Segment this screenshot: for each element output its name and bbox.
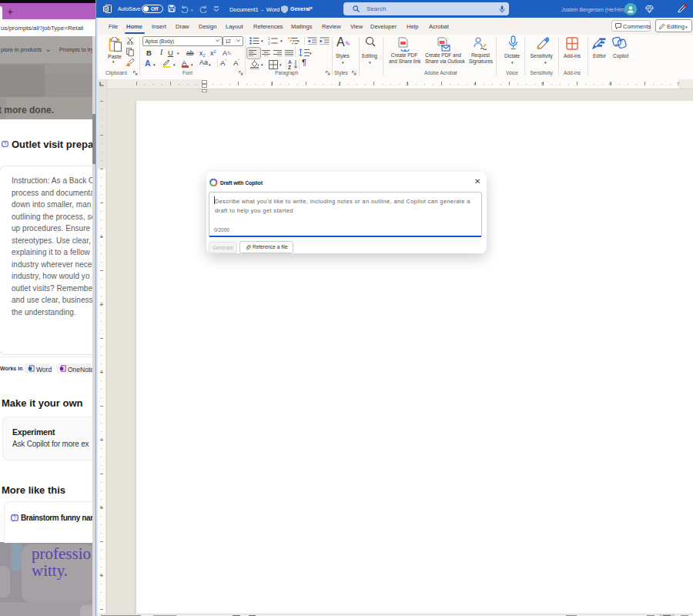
svg-text:A: A: [288, 59, 292, 65]
svg-text:Z: Z: [288, 65, 291, 69]
svg-text:1: 1: [268, 37, 270, 41]
svg-text:2: 2: [268, 42, 270, 45]
